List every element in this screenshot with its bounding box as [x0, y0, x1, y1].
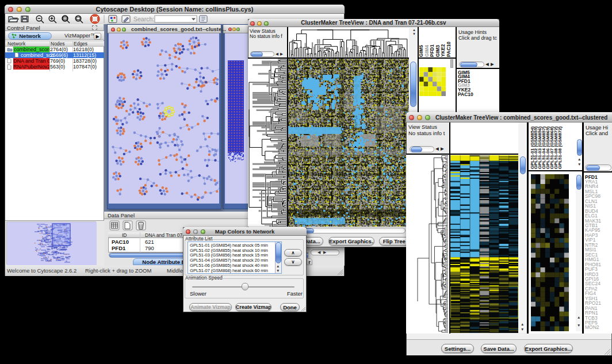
svg-text:Search:: Search:	[133, 16, 154, 22]
